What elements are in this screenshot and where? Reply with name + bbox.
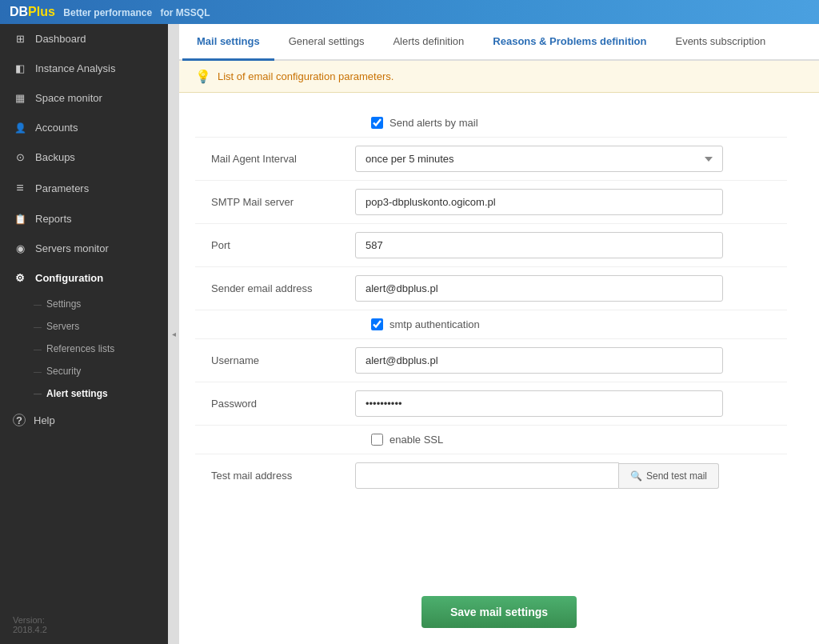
password-row: Password: [195, 382, 787, 426]
sender-row: Sender email address: [195, 267, 787, 310]
tagline: Better performance: [63, 7, 152, 18]
analysis-icon: ◧: [13, 62, 27, 74]
sender-label: Sender email address: [195, 282, 355, 294]
sub-item-label: References lists: [46, 343, 114, 354]
send-alerts-checkbox[interactable]: [371, 117, 383, 129]
username-label: Username: [195, 354, 355, 366]
sub-item-label: Alert settings: [46, 388, 108, 399]
send-test-label: Send test mail: [646, 470, 707, 482]
save-label: Save mail settings: [450, 606, 548, 618]
help-icon: ?: [13, 414, 26, 426]
smtp-input[interactable]: [355, 189, 723, 215]
backups-icon: ⊙: [13, 151, 27, 163]
info-text: List of email configuration parameters.: [218, 70, 394, 82]
sidebar-item-label: Parameters: [35, 182, 89, 194]
bulb-icon: 💡: [195, 69, 211, 84]
tab-general-settings[interactable]: General settings: [274, 24, 379, 61]
params-icon: ≡: [13, 181, 27, 195]
smtp-label: SMTP Mail server: [195, 196, 355, 208]
sidebar-sub-settings[interactable]: Settings: [34, 293, 168, 315]
form-area: Send alerts by mail Mail Agent Interval …: [179, 93, 819, 580]
search-icon: 🔍: [630, 470, 642, 482]
logo-plus: Plus: [28, 5, 55, 18]
sender-input[interactable]: [355, 275, 723, 302]
send-test-button[interactable]: 🔍 Send test mail: [619, 463, 719, 489]
info-bar: 💡 List of email configuration parameters…: [179, 61, 819, 93]
tab-label: Mail settings: [197, 35, 260, 47]
content-area: Mail settings General settings Alerts de…: [179, 24, 819, 644]
tab-reasons-problems[interactable]: Reasons & Problems definition: [478, 24, 661, 61]
password-label: Password: [195, 398, 355, 410]
sidebar-item-label: Backups: [35, 151, 75, 163]
sub-item-label: Servers: [46, 321, 79, 332]
sidebar-item-label: Instance Analysis: [35, 62, 115, 74]
sidebar-item-dashboard[interactable]: ⊞ Dashboard: [0, 24, 168, 54]
tabs-bar: Mail settings General settings Alerts de…: [179, 24, 819, 61]
tab-mail-settings[interactable]: Mail settings: [182, 24, 274, 61]
sidebar: ⊞ Dashboard ◧ Instance Analysis ▦ Space …: [0, 24, 168, 644]
sidebar-sub-security[interactable]: Security: [34, 360, 168, 382]
send-alerts-label[interactable]: Send alerts by mail: [390, 117, 478, 129]
sidebar-sub-references[interactable]: References lists: [34, 338, 168, 360]
topbar: DBPlus Better performance for MSSQL: [0, 0, 819, 24]
sidebar-item-reports[interactable]: 📋 Reports: [0, 204, 168, 234]
test-mail-label: Test mail address: [195, 470, 355, 482]
smtp-auth-row: smtp authentication: [195, 310, 787, 339]
smtp-auth-label[interactable]: smtp authentication: [390, 318, 480, 330]
sidebar-sub-items: Settings Servers References lists Securi…: [0, 293, 168, 405]
sidebar-item-space-monitor[interactable]: ▦ Space monitor: [0, 83, 168, 113]
test-mail-input[interactable]: [355, 462, 619, 489]
sidebar-item-instance-analysis[interactable]: ◧ Instance Analysis: [0, 54, 168, 83]
sidebar-item-servers-monitor[interactable]: ◉ Servers monitor: [0, 234, 168, 263]
sub-item-label: Security: [46, 366, 81, 377]
mail-agent-select[interactable]: once per 5 minutes once per 10 minutes o…: [355, 146, 723, 172]
sidebar-item-configuration[interactable]: ⚙ Configuration: [0, 263, 168, 293]
enable-ssl-checkbox[interactable]: [371, 434, 383, 446]
save-button[interactable]: Save mail settings: [421, 596, 577, 628]
sidebar-item-backups[interactable]: ⊙ Backups: [0, 142, 168, 172]
tab-alerts-definition[interactable]: Alerts definition: [378, 24, 478, 61]
servers-icon: ◉: [13, 242, 27, 254]
sidebar-item-label: Servers monitor: [35, 242, 109, 254]
test-mail-row: Test mail address 🔍 Send test mail: [195, 454, 787, 497]
space-icon: ▦: [13, 92, 27, 104]
tab-events-subscription[interactable]: Events subscription: [661, 24, 780, 61]
sidebar-item-label: Configuration: [35, 272, 103, 284]
config-icon: ⚙: [13, 272, 27, 284]
tab-label: Alerts definition: [393, 35, 464, 47]
smtp-auth-checkbox[interactable]: [371, 318, 383, 330]
sub-item-label: Settings: [46, 298, 81, 310]
tab-label: Reasons & Problems definition: [493, 35, 646, 47]
sidebar-item-label: Accounts: [35, 122, 78, 134]
tagline2: for MSSQL: [161, 7, 210, 18]
sidebar-sub-servers[interactable]: Servers: [34, 315, 168, 338]
sidebar-sub-alert-settings[interactable]: Alert settings: [34, 382, 168, 405]
save-btn-row: Save mail settings: [179, 580, 819, 644]
accounts-icon: 👤: [13, 122, 27, 134]
sidebar-item-accounts[interactable]: 👤 Accounts: [0, 113, 168, 142]
mail-agent-label: Mail Agent Interval: [195, 153, 355, 165]
tab-label: Events subscription: [675, 35, 765, 47]
dashboard-icon: ⊞: [13, 33, 27, 45]
enable-ssl-row: enable SSL: [195, 426, 787, 454]
password-input[interactable]: [355, 390, 723, 417]
version-number: 2018.4.2: [13, 625, 155, 634]
enable-ssl-label[interactable]: enable SSL: [390, 434, 443, 446]
smtp-row: SMTP Mail server: [195, 181, 787, 224]
logo: DBPlus Better performance for MSSQL: [10, 5, 210, 19]
username-row: Username: [195, 339, 787, 382]
reports-icon: 📋: [13, 214, 27, 225]
logo-db: DB: [10, 5, 28, 18]
sidebar-item-parameters[interactable]: ≡ Parameters: [0, 172, 168, 204]
sidebar-item-label: Help: [34, 414, 55, 426]
sidebar-item-label: Reports: [35, 213, 72, 225]
collapse-icon: ◂: [172, 330, 176, 338]
port-label: Port: [195, 239, 355, 251]
sidebar-collapse-button[interactable]: ◂: [168, 24, 179, 644]
port-input[interactable]: [355, 232, 723, 258]
sidebar-item-label: Dashboard: [35, 33, 86, 45]
sidebar-item-help[interactable]: ? Help: [0, 405, 168, 435]
mail-agent-row: Mail Agent Interval once per 5 minutes o…: [195, 138, 787, 181]
username-input[interactable]: [355, 347, 723, 374]
version-info: Version: 2018.4.2: [0, 606, 168, 644]
